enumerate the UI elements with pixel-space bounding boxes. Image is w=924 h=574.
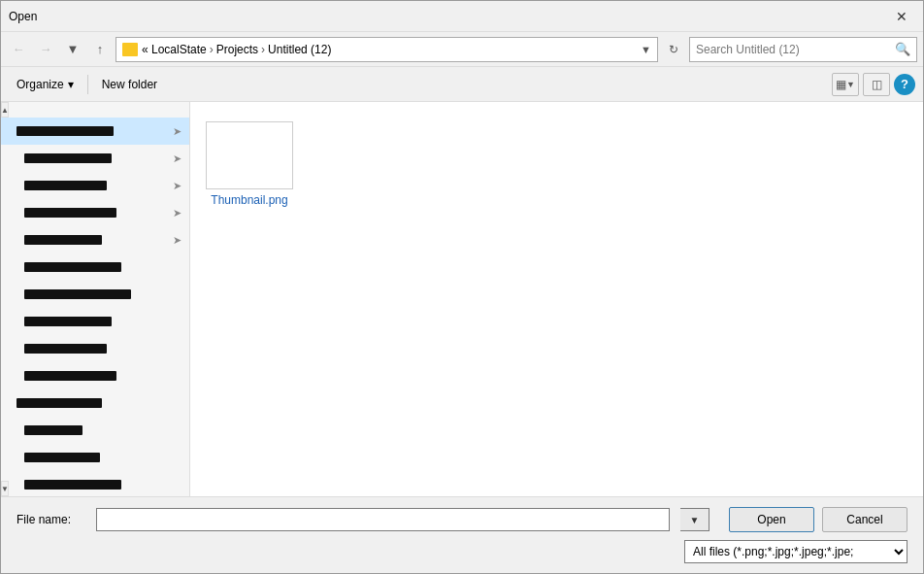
nav-item-label	[24, 181, 107, 190]
nav-item-label	[24, 153, 112, 163]
nav-item[interactable]: ➤	[1, 118, 189, 145]
nav-item[interactable]: ➤	[1, 145, 189, 172]
breadcrumb-part-1: « LocalState	[142, 43, 207, 56]
search-input[interactable]	[696, 43, 895, 56]
nav-item[interactable]	[1, 335, 189, 362]
nav-pane-inner: ➤ ➤ ➤ ➤ ➤	[1, 102, 189, 496]
filetype-select[interactable]: All files (*.png;*.jpg;*.jpeg;*.jpe; PNG…	[684, 540, 908, 563]
nav-item-label	[24, 371, 116, 381]
nav-item[interactable]	[1, 362, 189, 389]
filename-row: File name: ▼ Open Cancel	[16, 507, 908, 532]
open-button[interactable]: Open	[729, 507, 814, 532]
nav-item[interactable]	[1, 444, 189, 471]
nav-item-label	[24, 235, 102, 245]
pin-icon: ➤	[173, 207, 182, 219]
nav-item-label	[24, 453, 100, 462]
filename-label: File name:	[16, 513, 84, 526]
nav-item-label	[24, 480, 121, 490]
filetype-row: All files (*.png;*.jpg;*.jpeg;*.jpe; PNG…	[16, 540, 908, 563]
toolbar-separator	[87, 75, 88, 94]
nav-item-label	[24, 289, 131, 299]
organize-button[interactable]: Organize ▾	[9, 72, 82, 97]
nav-item[interactable]	[1, 389, 189, 417]
nav-item[interactable]: ➤	[1, 199, 189, 226]
dialog-title: Open	[9, 10, 37, 23]
organize-arrow: ▾	[68, 78, 74, 91]
close-button[interactable]: ✕	[888, 7, 915, 26]
main-content: ▲ ➤ ➤ ➤ ➤	[1, 102, 923, 496]
organize-label: Organize	[16, 78, 64, 91]
nav-item-label	[16, 398, 102, 408]
file-item[interactable]: Thumbnail.png	[206, 118, 293, 211]
action-buttons: Open Cancel	[729, 507, 908, 532]
breadcrumb: « LocalState › Projects › Untitled (12)	[142, 43, 331, 56]
file-name: Thumbnail.png	[211, 193, 287, 207]
help-button[interactable]: ?	[894, 74, 915, 95]
search-icon-button[interactable]: 🔍	[895, 42, 910, 56]
search-box: 🔍	[689, 37, 917, 62]
nav-item-label	[24, 317, 112, 326]
address-bar-row: ← → ▼ ↑ « LocalState › Projects › Untitl…	[1, 32, 923, 67]
pin-icon: ➤	[173, 180, 182, 192]
window-controls: ✕	[888, 7, 915, 26]
toolbar-row: Organize ▾ New folder ▦ ▼ ◫ ?	[1, 67, 923, 102]
filetype-select-wrapper: All files (*.png;*.jpg;*.jpeg;*.jpe; PNG…	[684, 540, 908, 563]
nav-item[interactable]: ➤	[1, 226, 189, 253]
folder-icon	[122, 43, 138, 56]
nav-item[interactable]: ➤	[1, 172, 189, 199]
details-pane-icon: ◫	[872, 78, 882, 91]
nav-item[interactable]	[1, 308, 189, 335]
nav-item-label	[24, 262, 121, 272]
view-icon: ▦	[836, 78, 846, 91]
filename-dropdown-wrapper: ▼	[680, 508, 710, 531]
new-folder-label: New folder	[102, 78, 157, 91]
pin-icon: ➤	[173, 234, 182, 247]
file-thumbnail	[206, 121, 293, 189]
help-icon: ?	[901, 77, 908, 91]
pin-icon: ➤	[173, 125, 182, 138]
scroll-down-arrow[interactable]: ▼	[1, 481, 9, 496]
scroll-up-arrow[interactable]: ▲	[1, 102, 9, 118]
nav-item[interactable]	[1, 417, 189, 444]
pin-icon: ➤	[173, 152, 182, 165]
forward-button[interactable]: →	[34, 38, 57, 61]
nav-pane: ▲ ➤ ➤ ➤ ➤	[1, 102, 190, 496]
filename-dropdown-button[interactable]: ▼	[680, 508, 710, 531]
nav-item-label	[24, 425, 82, 435]
filename-input[interactable]	[96, 508, 670, 531]
toolbar-right: ▦ ▼ ◫ ?	[832, 73, 915, 96]
file-area: Thumbnail.png	[190, 102, 923, 496]
breadcrumb-part-3: Untitled (12)	[268, 43, 331, 56]
breadcrumb-part-2: Projects	[216, 43, 258, 56]
nav-item-label	[16, 126, 114, 136]
details-pane-button[interactable]: ◫	[863, 73, 890, 96]
address-bar[interactable]: « LocalState › Projects › Untitled (12) …	[116, 37, 658, 62]
new-folder-button[interactable]: New folder	[94, 72, 165, 97]
open-dialog: Open ✕ ← → ▼ ↑ « LocalState › Projects ›…	[0, 0, 924, 574]
nav-item[interactable]	[1, 471, 189, 496]
refresh-button[interactable]: ↻	[662, 37, 685, 62]
cancel-button[interactable]: Cancel	[822, 507, 908, 532]
nav-item[interactable]	[1, 281, 189, 308]
up-button[interactable]: ↑	[88, 38, 112, 61]
view-button[interactable]: ▦ ▼	[832, 73, 859, 96]
address-dropdown-button[interactable]: ▼	[641, 44, 651, 55]
nav-item-label	[24, 208, 116, 218]
bottom-bar: File name: ▼ Open Cancel All files (*.pn…	[1, 496, 923, 573]
back-button[interactable]: ←	[7, 38, 30, 61]
view-dropdown-arrow: ▼	[846, 80, 855, 89]
nav-item[interactable]	[1, 253, 189, 281]
nav-item-label	[24, 344, 107, 354]
recent-locations-button[interactable]: ▼	[61, 38, 84, 61]
title-bar: Open ✕	[1, 1, 923, 32]
